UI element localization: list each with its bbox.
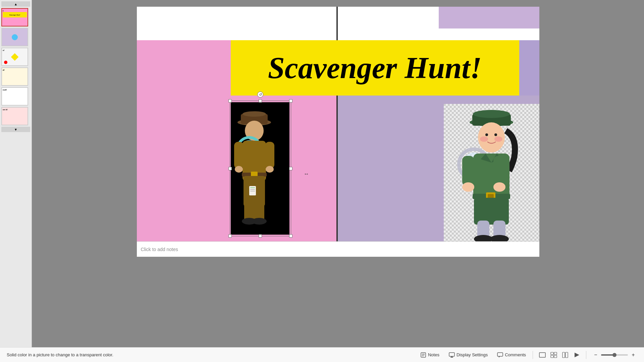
svg-rect-50 xyxy=(493,156,505,186)
detective-image-right[interactable] xyxy=(444,104,539,241)
presenter-view-icon xyxy=(573,352,580,358)
svg-marker-73 xyxy=(575,353,579,357)
zoom-minus-button[interactable]: − xyxy=(592,351,600,359)
main-area: ▲ ! Scavenger Hunt! xyxy=(0,0,644,347)
svg-point-52 xyxy=(493,182,505,192)
detective-svg xyxy=(231,102,278,226)
reading-view-button[interactable] xyxy=(560,350,571,360)
svg-point-16 xyxy=(266,166,274,173)
svg-rect-49 xyxy=(462,156,474,186)
svg-point-38 xyxy=(480,136,488,142)
notes-placeholder[interactable]: Click to add notes xyxy=(141,247,178,252)
slide-sorter-button[interactable] xyxy=(548,350,559,360)
zoom-controls: − + xyxy=(592,351,637,359)
comments-label: Comments xyxy=(505,352,526,357)
svg-rect-53 xyxy=(474,198,509,225)
slide-panel: ▲ ! Scavenger Hunt! xyxy=(0,0,32,347)
slide-sorter-icon xyxy=(550,352,557,358)
presenter-view-button[interactable] xyxy=(571,350,582,360)
display-settings-label: Display Settings xyxy=(457,352,488,357)
notes-button[interactable]: Notes xyxy=(416,351,443,359)
normal-view-icon xyxy=(539,352,546,358)
svg-rect-72 xyxy=(566,352,568,358)
detective-right-svg xyxy=(444,104,539,241)
svg-point-39 xyxy=(494,136,502,142)
normal-view-button[interactable] xyxy=(537,350,548,360)
slide-thumb-5[interactable]: ncil! xyxy=(1,87,28,106)
svg-rect-70 xyxy=(554,355,557,358)
svg-rect-66 xyxy=(539,353,545,357)
display-settings-icon xyxy=(449,352,455,358)
slide-thumb-1[interactable]: ! Scavenger Hunt! xyxy=(1,8,28,26)
slide-canvas[interactable]: Scavenger Hunt! xyxy=(137,7,539,241)
comments-icon xyxy=(497,352,503,358)
notes-area[interactable]: Click to add notes xyxy=(137,241,539,257)
view-buttons xyxy=(537,350,582,360)
svg-rect-71 xyxy=(562,352,565,358)
svg-point-36 xyxy=(485,133,488,136)
notes-label: Notes xyxy=(428,352,439,357)
scroll-up-button[interactable]: ▲ xyxy=(1,1,30,7)
svg-point-2 xyxy=(243,111,266,117)
top-right-area xyxy=(439,7,539,28)
title-banner[interactable]: Scavenger Hunt! xyxy=(231,40,519,96)
status-divider-2 xyxy=(586,351,586,359)
display-settings-button[interactable]: Display Settings xyxy=(445,351,492,359)
svg-rect-67 xyxy=(551,352,553,355)
zoom-slider[interactable] xyxy=(601,354,628,356)
status-hint-text: Solid color in a picture to change to a … xyxy=(7,352,416,357)
detective-image-selected[interactable] xyxy=(231,102,289,235)
svg-point-51 xyxy=(462,182,474,192)
status-bar: Solid color in a picture to change to a … xyxy=(0,347,644,362)
svg-point-37 xyxy=(494,133,497,136)
app-container: ▲ ! Scavenger Hunt! xyxy=(0,0,644,362)
slide-area: Scavenger Hunt! xyxy=(32,0,644,347)
zoom-slider-thumb[interactable] xyxy=(612,353,616,357)
slide-thumb-2[interactable] xyxy=(1,28,28,46)
reading-view-icon xyxy=(562,352,569,358)
notes-icon xyxy=(420,352,426,358)
slide-thumb-4[interactable]: d! xyxy=(1,67,28,86)
scroll-down-button[interactable]: ▼ xyxy=(1,127,30,132)
slide-title: Scavenger Hunt! xyxy=(268,51,482,85)
svg-rect-65 xyxy=(497,353,503,356)
svg-point-15 xyxy=(235,166,243,173)
slide-thumb-3[interactable]: s! xyxy=(1,48,28,66)
slide-thumb-6[interactable]: on it! xyxy=(1,107,28,125)
status-bar-actions: Notes Display Settings Comments xyxy=(416,350,637,360)
svg-rect-13 xyxy=(234,142,244,169)
zoom-plus-button[interactable]: + xyxy=(629,351,637,359)
pink-mid-section xyxy=(291,96,335,241)
svg-point-34 xyxy=(473,110,510,118)
svg-rect-14 xyxy=(265,142,274,169)
comments-button[interactable]: Comments xyxy=(493,351,530,359)
svg-rect-68 xyxy=(554,352,557,355)
status-divider-1 xyxy=(533,351,533,359)
svg-rect-62 xyxy=(449,353,454,356)
svg-point-21 xyxy=(252,218,267,225)
svg-rect-69 xyxy=(551,355,553,358)
